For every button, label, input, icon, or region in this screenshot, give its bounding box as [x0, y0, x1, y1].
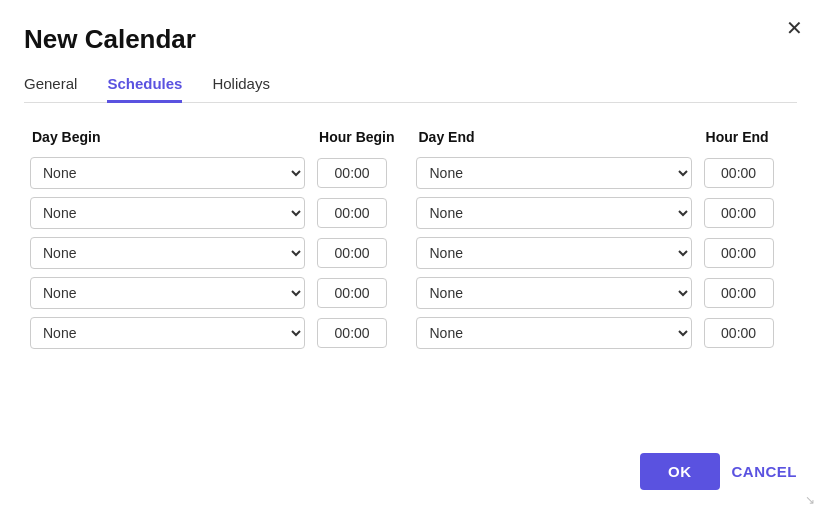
day-begin-select-row-0[interactable]: NoneMondayTuesdayWednesdayThursdayFriday…: [30, 157, 305, 189]
day-begin-select-row-1[interactable]: NoneMondayTuesdayWednesdayThursdayFriday…: [30, 197, 305, 229]
table-row: NoneMondayTuesdayWednesdayThursdayFriday…: [24, 153, 797, 193]
hour-end-input-row-0[interactable]: [704, 158, 774, 188]
day-begin-select-row-2[interactable]: NoneMondayTuesdayWednesdayThursdayFriday…: [30, 237, 305, 269]
day-begin-select-row-4[interactable]: NoneMondayTuesdayWednesdayThursdayFriday…: [30, 317, 305, 349]
tabs-container: General Schedules Holidays: [24, 75, 797, 103]
schedules-table: Day Begin Hour Begin Day End Hour End No…: [24, 123, 797, 353]
table-row: NoneMondayTuesdayWednesdayThursdayFriday…: [24, 313, 797, 353]
cancel-button[interactable]: CANCEL: [732, 463, 798, 480]
dialog-title: New Calendar: [24, 24, 797, 55]
day-begin-select-row-3[interactable]: NoneMondayTuesdayWednesdayThursdayFriday…: [30, 277, 305, 309]
tab-holidays[interactable]: Holidays: [212, 75, 270, 103]
col-header-hour-begin: Hour Begin: [311, 123, 410, 153]
day-end-select-row-3[interactable]: NoneMondayTuesdayWednesdayThursdayFriday…: [416, 277, 691, 309]
hour-end-input-row-1[interactable]: [704, 198, 774, 228]
hour-begin-input-row-2[interactable]: [317, 238, 387, 268]
table-row: NoneMondayTuesdayWednesdayThursdayFriday…: [24, 193, 797, 233]
resize-handle: ↘: [805, 494, 815, 506]
table-row: NoneMondayTuesdayWednesdayThursdayFriday…: [24, 233, 797, 273]
day-end-select-row-4[interactable]: NoneMondayTuesdayWednesdayThursdayFriday…: [416, 317, 691, 349]
col-header-day-begin: Day Begin: [24, 123, 311, 153]
hour-end-input-row-4[interactable]: [704, 318, 774, 348]
footer-actions: OK CANCEL: [640, 453, 797, 490]
tab-schedules[interactable]: Schedules: [107, 75, 182, 103]
hour-begin-input-row-0[interactable]: [317, 158, 387, 188]
col-header-hour-end: Hour End: [698, 123, 797, 153]
table-row: NoneMondayTuesdayWednesdayThursdayFriday…: [24, 273, 797, 313]
hour-begin-input-row-4[interactable]: [317, 318, 387, 348]
new-calendar-dialog: ✕ New Calendar General Schedules Holiday…: [0, 0, 821, 510]
tab-general[interactable]: General: [24, 75, 77, 103]
day-end-select-row-1[interactable]: NoneMondayTuesdayWednesdayThursdayFriday…: [416, 197, 691, 229]
close-button[interactable]: ✕: [786, 18, 803, 38]
hour-begin-input-row-3[interactable]: [317, 278, 387, 308]
day-end-select-row-2[interactable]: NoneMondayTuesdayWednesdayThursdayFriday…: [416, 237, 691, 269]
day-end-select-row-0[interactable]: NoneMondayTuesdayWednesdayThursdayFriday…: [416, 157, 691, 189]
ok-button[interactable]: OK: [640, 453, 720, 490]
col-header-day-end: Day End: [410, 123, 697, 153]
hour-end-input-row-2[interactable]: [704, 238, 774, 268]
hour-begin-input-row-1[interactable]: [317, 198, 387, 228]
hour-end-input-row-3[interactable]: [704, 278, 774, 308]
